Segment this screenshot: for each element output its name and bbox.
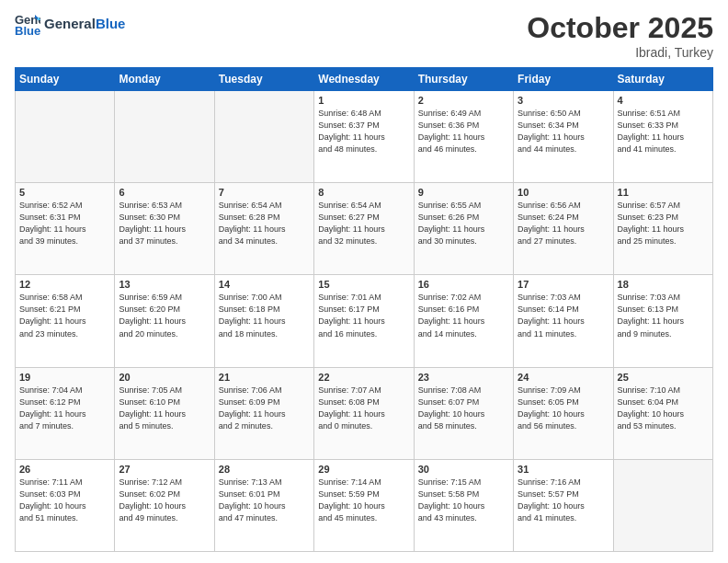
calendar-week-1: 5Sunrise: 6:52 AM Sunset: 6:31 PM Daylig… <box>16 183 713 275</box>
day-number: 4 <box>618 95 709 106</box>
calendar-cell: 29Sunrise: 7:14 AM Sunset: 5:59 PM Dayli… <box>314 459 414 551</box>
day-info: Sunrise: 7:12 AM Sunset: 6:02 PM Dayligh… <box>119 477 210 524</box>
day-number: 14 <box>219 279 310 290</box>
calendar-cell: 23Sunrise: 7:08 AM Sunset: 6:07 PM Dayli… <box>414 367 513 459</box>
calendar-week-3: 19Sunrise: 7:04 AM Sunset: 6:12 PM Dayli… <box>16 367 713 459</box>
calendar-cell: 20Sunrise: 7:05 AM Sunset: 6:10 PM Dayli… <box>115 367 214 459</box>
calendar-cell <box>16 91 115 183</box>
calendar-cell: 15Sunrise: 7:01 AM Sunset: 6:17 PM Dayli… <box>314 275 414 367</box>
calendar-table: SundayMondayTuesdayWednesdayThursdayFrid… <box>15 67 713 552</box>
day-number: 22 <box>318 372 409 383</box>
calendar-week-0: 1Sunrise: 6:48 AM Sunset: 6:37 PM Daylig… <box>16 91 713 183</box>
day-info: Sunrise: 6:54 AM Sunset: 6:27 PM Dayligh… <box>318 200 409 247</box>
day-number: 28 <box>219 464 310 475</box>
logo-blue: Blue <box>96 16 126 31</box>
location-subtitle: Ibradi, Turkey <box>527 45 713 60</box>
calendar-cell: 31Sunrise: 7:16 AM Sunset: 5:57 PM Dayli… <box>514 459 613 551</box>
day-info: Sunrise: 7:09 AM Sunset: 6:05 PM Dayligh… <box>518 385 609 432</box>
day-info: Sunrise: 6:59 AM Sunset: 6:20 PM Dayligh… <box>119 292 210 339</box>
day-info: Sunrise: 6:54 AM Sunset: 6:28 PM Dayligh… <box>219 200 310 247</box>
calendar-week-2: 12Sunrise: 6:58 AM Sunset: 6:21 PM Dayli… <box>16 275 713 367</box>
day-number: 24 <box>518 372 609 383</box>
day-info: Sunrise: 7:11 AM Sunset: 6:03 PM Dayligh… <box>19 477 110 524</box>
day-number: 21 <box>219 372 310 383</box>
calendar-cell: 6Sunrise: 6:53 AM Sunset: 6:30 PM Daylig… <box>115 183 214 275</box>
day-info: Sunrise: 7:04 AM Sunset: 6:12 PM Dayligh… <box>19 385 110 432</box>
day-info: Sunrise: 7:15 AM Sunset: 5:58 PM Dayligh… <box>418 477 509 524</box>
day-info: Sunrise: 6:51 AM Sunset: 6:33 PM Dayligh… <box>618 108 709 155</box>
calendar-week-4: 26Sunrise: 7:11 AM Sunset: 6:03 PM Dayli… <box>16 459 713 551</box>
day-number: 7 <box>219 187 310 198</box>
calendar-cell <box>115 91 214 183</box>
day-number: 1 <box>318 95 409 106</box>
day-number: 12 <box>19 279 110 290</box>
col-header-tuesday: Tuesday <box>214 68 313 91</box>
day-info: Sunrise: 7:06 AM Sunset: 6:09 PM Dayligh… <box>219 385 310 432</box>
day-info: Sunrise: 7:01 AM Sunset: 6:17 PM Dayligh… <box>318 292 409 339</box>
day-info: Sunrise: 6:55 AM Sunset: 6:26 PM Dayligh… <box>418 200 509 247</box>
day-number: 19 <box>19 372 110 383</box>
day-info: Sunrise: 7:16 AM Sunset: 5:57 PM Dayligh… <box>518 477 609 524</box>
day-info: Sunrise: 7:08 AM Sunset: 6:07 PM Dayligh… <box>418 385 509 432</box>
day-info: Sunrise: 7:10 AM Sunset: 6:04 PM Dayligh… <box>618 385 709 432</box>
header: General Blue GeneralBlue October 2025 Ib… <box>15 11 713 60</box>
day-number: 25 <box>618 372 709 383</box>
day-number: 3 <box>518 95 609 106</box>
logo-icon: General Blue <box>15 11 40 37</box>
calendar-cell: 14Sunrise: 7:00 AM Sunset: 6:18 PM Dayli… <box>214 275 313 367</box>
calendar-header-row: SundayMondayTuesdayWednesdayThursdayFrid… <box>16 68 713 91</box>
day-number: 15 <box>318 279 409 290</box>
day-info: Sunrise: 6:58 AM Sunset: 6:21 PM Dayligh… <box>19 292 110 339</box>
calendar-cell: 2Sunrise: 6:49 AM Sunset: 6:36 PM Daylig… <box>414 91 513 183</box>
day-info: Sunrise: 6:53 AM Sunset: 6:30 PM Dayligh… <box>119 200 210 247</box>
day-number: 31 <box>518 464 609 475</box>
day-info: Sunrise: 7:00 AM Sunset: 6:18 PM Dayligh… <box>219 292 310 339</box>
logo: General Blue GeneralBlue <box>15 11 125 37</box>
day-info: Sunrise: 6:56 AM Sunset: 6:24 PM Dayligh… <box>518 200 609 247</box>
title-block: October 2025 Ibradi, Turkey <box>527 11 713 60</box>
day-info: Sunrise: 6:57 AM Sunset: 6:23 PM Dayligh… <box>618 200 709 247</box>
calendar-cell: 1Sunrise: 6:48 AM Sunset: 6:37 PM Daylig… <box>314 91 414 183</box>
day-number: 20 <box>119 372 210 383</box>
logo-general: General <box>44 16 96 31</box>
day-info: Sunrise: 6:50 AM Sunset: 6:34 PM Dayligh… <box>518 108 609 155</box>
calendar-cell: 27Sunrise: 7:12 AM Sunset: 6:02 PM Dayli… <box>115 459 214 551</box>
col-header-friday: Friday <box>514 68 613 91</box>
day-info: Sunrise: 7:13 AM Sunset: 6:01 PM Dayligh… <box>219 477 310 524</box>
day-number: 16 <box>418 279 509 290</box>
day-info: Sunrise: 7:07 AM Sunset: 6:08 PM Dayligh… <box>318 385 409 432</box>
calendar-cell: 11Sunrise: 6:57 AM Sunset: 6:23 PM Dayli… <box>613 183 712 275</box>
calendar-cell: 13Sunrise: 6:59 AM Sunset: 6:20 PM Dayli… <box>115 275 214 367</box>
day-number: 2 <box>418 95 509 106</box>
day-number: 23 <box>418 372 509 383</box>
calendar-cell: 4Sunrise: 6:51 AM Sunset: 6:33 PM Daylig… <box>613 91 712 183</box>
calendar-cell: 16Sunrise: 7:02 AM Sunset: 6:16 PM Dayli… <box>414 275 513 367</box>
calendar-cell: 9Sunrise: 6:55 AM Sunset: 6:26 PM Daylig… <box>414 183 513 275</box>
calendar-cell: 22Sunrise: 7:07 AM Sunset: 6:08 PM Dayli… <box>314 367 414 459</box>
day-info: Sunrise: 6:48 AM Sunset: 6:37 PM Dayligh… <box>318 108 409 155</box>
day-number: 18 <box>618 279 709 290</box>
calendar-cell: 26Sunrise: 7:11 AM Sunset: 6:03 PM Dayli… <box>16 459 115 551</box>
svg-text:Blue: Blue <box>15 24 40 37</box>
day-info: Sunrise: 6:52 AM Sunset: 6:31 PM Dayligh… <box>19 200 110 247</box>
day-info: Sunrise: 7:05 AM Sunset: 6:10 PM Dayligh… <box>119 385 210 432</box>
day-number: 8 <box>318 187 409 198</box>
day-info: Sunrise: 7:02 AM Sunset: 6:16 PM Dayligh… <box>418 292 509 339</box>
page: General Blue GeneralBlue October 2025 Ib… <box>0 0 728 563</box>
day-number: 30 <box>418 464 509 475</box>
day-info: Sunrise: 7:03 AM Sunset: 6:13 PM Dayligh… <box>618 292 709 339</box>
col-header-sunday: Sunday <box>16 68 115 91</box>
calendar-cell: 3Sunrise: 6:50 AM Sunset: 6:34 PM Daylig… <box>514 91 613 183</box>
day-info: Sunrise: 6:49 AM Sunset: 6:36 PM Dayligh… <box>418 108 509 155</box>
day-number: 27 <box>119 464 210 475</box>
calendar-cell: 17Sunrise: 7:03 AM Sunset: 6:14 PM Dayli… <box>514 275 613 367</box>
calendar-cell <box>214 91 313 183</box>
calendar-cell: 30Sunrise: 7:15 AM Sunset: 5:58 PM Dayli… <box>414 459 513 551</box>
day-number: 11 <box>618 187 709 198</box>
calendar-cell: 5Sunrise: 6:52 AM Sunset: 6:31 PM Daylig… <box>16 183 115 275</box>
day-number: 9 <box>418 187 509 198</box>
calendar-cell: 7Sunrise: 6:54 AM Sunset: 6:28 PM Daylig… <box>214 183 313 275</box>
col-header-thursday: Thursday <box>414 68 513 91</box>
day-number: 10 <box>518 187 609 198</box>
calendar-cell: 25Sunrise: 7:10 AM Sunset: 6:04 PM Dayli… <box>613 367 712 459</box>
